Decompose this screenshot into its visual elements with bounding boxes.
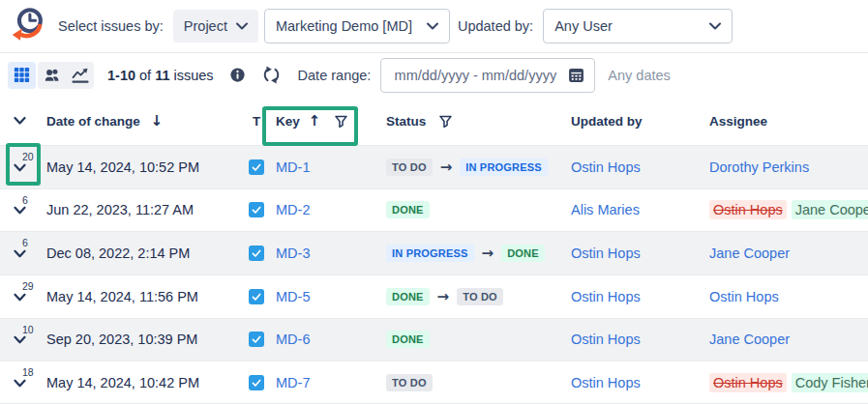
select-issues-by-label: Select issues by:	[58, 18, 164, 34]
column-header-status-label[interactable]: Status	[386, 114, 426, 129]
status-transition-arrow-icon: →	[437, 288, 450, 305]
refresh-button[interactable]	[261, 65, 282, 85]
column-header-updated-by: Updated by	[561, 114, 699, 129]
chevron-down-icon	[236, 22, 248, 30]
chart-view-button[interactable]	[66, 62, 94, 89]
row-expander-cell: 6	[0, 232, 43, 274]
status-filter-icon[interactable]	[437, 113, 454, 130]
assignee-link[interactable]: Jane Cooper	[709, 332, 790, 347]
assignee-link[interactable]: Dorothy Perkins	[709, 159, 809, 175]
assignee-added-value: Cody Fisher	[792, 373, 868, 392]
row-expand-chevron-icon[interactable]	[14, 163, 26, 172]
updated-by-cell: Ostin Hops	[561, 332, 699, 347]
issue-key-link[interactable]: MD-7	[276, 375, 310, 390]
row-expand-chevron-icon[interactable]	[14, 336, 26, 345]
issue-type-task-icon	[249, 332, 264, 347]
date-of-change-text: Dec 08, 2022, 2:14 PM	[46, 245, 190, 261]
key-filter-icon[interactable]	[333, 113, 349, 130]
updated-by-link[interactable]: Ostin Hops	[571, 159, 641, 175]
updated-by-link[interactable]: Alis Maries	[571, 202, 640, 217]
status-cell: DONE	[375, 331, 561, 348]
table-row: 20 May 14, 2024, 10:52 PM MD-1 TO DO→IN …	[0, 145, 868, 188]
project-select[interactable]: Marketing Demo [MD]	[264, 9, 450, 43]
issue-type-cell	[244, 332, 269, 347]
updated-by-link[interactable]: Ostin Hops	[571, 375, 641, 390]
row-expand-chevron-icon[interactable]	[14, 293, 26, 302]
column-header-date: Date of change ↓	[43, 112, 244, 130]
other-views-group	[38, 62, 94, 89]
status-badge-done: DONE	[386, 288, 430, 305]
table-row: 29 May 14, 2024, 11:56 PM MD-5 DONE→TO D…	[0, 274, 868, 318]
collapse-all-chevron-icon[interactable]	[14, 117, 26, 126]
calendar-icon	[566, 65, 586, 85]
people-view-button[interactable]	[38, 62, 66, 89]
calendar-button[interactable]	[566, 65, 586, 89]
status-cell: TO DO→IN PROGRESS	[375, 159, 561, 176]
status-transition-arrow-icon: →	[440, 159, 453, 176]
assignee-link[interactable]: Jane Cooper	[709, 245, 790, 261]
issue-type-task-icon	[249, 202, 264, 217]
column-header-assignee-label: Assignee	[709, 114, 767, 129]
row-expand-chevron-icon[interactable]	[14, 249, 26, 258]
row-expander-cell: 10	[0, 319, 43, 361]
column-header-updated-by-label: Updated by	[571, 114, 643, 129]
updated-by-link[interactable]: Ostin Hops	[571, 245, 641, 261]
status-cell: DONE	[375, 201, 561, 218]
date-of-change-cell: May 14, 2024, 11:56 PM	[43, 289, 244, 304]
issue-key-link[interactable]: MD-2	[276, 202, 310, 217]
issue-key-cell: MD-5	[269, 289, 375, 304]
status-cell: DONE→TO DO	[375, 288, 561, 305]
column-header-type: T	[244, 114, 269, 129]
issue-type-task-icon	[249, 289, 264, 304]
count-suffix: issues	[173, 68, 213, 83]
issue-type-cell	[244, 159, 269, 175]
issue-type-cell	[244, 202, 269, 217]
row-change-count: 29	[22, 280, 34, 292]
issue-key-cell: MD-7	[269, 375, 375, 390]
updated-by-link[interactable]: Ostin Hops	[571, 332, 641, 347]
people-icon	[43, 66, 62, 85]
updated-by-cell: Ostin Hops	[561, 245, 699, 261]
updated-by-user-select[interactable]: Any User	[543, 9, 733, 43]
issue-history-logo-icon	[8, 5, 48, 47]
view-switcher	[8, 62, 94, 89]
issue-key-link[interactable]: MD-6	[276, 332, 310, 347]
updated-by-link[interactable]: Ostin Hops	[571, 289, 641, 304]
table-body: 20 May 14, 2024, 10:52 PM MD-1 TO DO→IN …	[0, 145, 868, 404]
assignee-cell: Dorothy Perkins	[699, 159, 868, 175]
assignee-link[interactable]: Ostin Hops	[709, 289, 779, 304]
date-of-change-cell: Jun 22, 2023, 11:27 AM	[43, 202, 244, 217]
column-header-key: Key ↑	[269, 112, 375, 130]
issue-key-link[interactable]: MD-1	[276, 159, 310, 175]
info-button[interactable]	[228, 66, 247, 84]
row-expander-cell: 20	[0, 146, 43, 188]
issue-type-task-icon	[249, 245, 264, 261]
row-expand-chevron-icon[interactable]	[14, 379, 26, 388]
row-change-count: 20	[22, 151, 34, 162]
assignee-removed-value: Ostin Hops	[709, 200, 787, 219]
issue-type-cell	[244, 375, 269, 390]
row-change-count: 18	[22, 366, 34, 378]
sort-ascending-icon[interactable]: ↑	[309, 112, 321, 130]
row-expand-chevron-icon[interactable]	[14, 207, 26, 216]
date-range-input[interactable]	[380, 58, 595, 93]
issue-type-cell	[244, 245, 269, 261]
count-range: 1-10	[107, 68, 135, 83]
grid-view-button[interactable]	[8, 62, 36, 89]
issues-mode-dropdown[interactable]: Project	[173, 10, 258, 43]
column-header-key-label[interactable]: Key	[276, 114, 300, 129]
assignee-cell: Ostin Hops	[699, 289, 868, 304]
date-range-label: Date range:	[298, 68, 372, 83]
issue-key-cell: MD-1	[269, 159, 375, 175]
updated-by-label: Updated by:	[458, 18, 533, 34]
issue-key-link[interactable]: MD-3	[276, 245, 310, 261]
column-header-type-label: T	[253, 114, 260, 129]
date-of-change-text: May 14, 2024, 11:56 PM	[46, 289, 198, 304]
table-row: 10 Sep 20, 2023, 10:39 PM MD-6 DONE Osti…	[0, 318, 868, 361]
issue-key-link[interactable]: MD-5	[276, 289, 310, 304]
date-of-change-cell: May 14, 2024, 10:42 PM	[43, 375, 244, 390]
status-badge-todo: TO DO	[386, 159, 433, 176]
column-header-date-label[interactable]: Date of change	[46, 114, 140, 129]
sort-descending-icon[interactable]: ↓	[151, 112, 164, 130]
status-transition-arrow-icon: →	[482, 245, 494, 262]
